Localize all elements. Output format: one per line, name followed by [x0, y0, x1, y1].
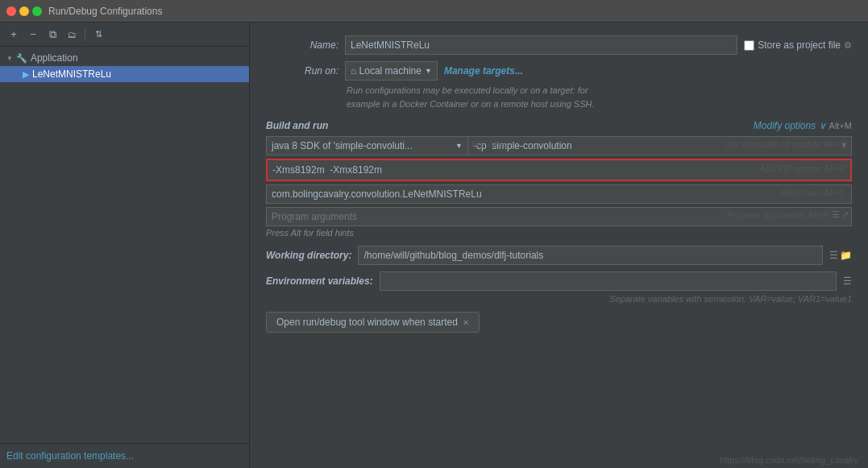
dir-icon1[interactable]: ☰	[829, 250, 838, 261]
minimize-button[interactable]	[19, 6, 29, 16]
title-bar: Run/Debug Configurations	[0, 0, 868, 23]
working-dir-row: Working directory: ☰ 📁	[266, 246, 852, 265]
name-input[interactable]	[345, 35, 737, 55]
vm-options-input[interactable]	[266, 159, 852, 181]
prog-args-ghost-label: Program arguments Alt+R	[727, 210, 829, 220]
config-item-label: LeNetMNISTReLu	[32, 68, 111, 80]
config-tree: ▼ 🔧 Application ▶ LeNetMNISTReLu	[0, 47, 249, 443]
main-class-ghost-label: Main class Alt+C	[779, 188, 845, 197]
window-controls	[6, 6, 42, 16]
name-row: Name: Store as project file ⚙	[266, 35, 852, 55]
cp-expand-icon: ▼	[840, 140, 849, 150]
prog-args-icon1: ☰	[832, 209, 840, 220]
store-project-checkbox-container: Store as project file ⚙	[744, 39, 852, 51]
sort-button[interactable]: ⇅	[89, 26, 107, 43]
prog-args-icons: ☰ ↗	[832, 209, 849, 220]
close-btn-icon: ✕	[463, 318, 469, 327]
close-button[interactable]	[6, 6, 16, 16]
env-edit-icon[interactable]: ☰	[843, 275, 852, 287]
group-label: Application	[31, 52, 78, 64]
sidebar-footer: Edit configuration templates...	[0, 443, 249, 468]
name-label: Name:	[266, 39, 338, 51]
bottom-row: Open run/debug tool window when started …	[266, 312, 852, 333]
add-config-button[interactable]: +	[5, 26, 23, 43]
run-on-description: Run configurations may be executed local…	[347, 84, 852, 110]
prog-args-icon2: ↗	[841, 209, 849, 220]
classpath-ghost-label: Use classpath of module Alt+O	[724, 139, 845, 149]
prog-args-row: Program arguments Alt+R ☰ ↗	[266, 207, 852, 226]
application-group-header[interactable]: ▼ 🔧 Application	[0, 50, 249, 66]
expand-icon: ▼	[6, 55, 13, 62]
toolbar-separator	[85, 28, 85, 41]
store-project-label: Store as project file	[758, 39, 841, 51]
dialog-title: Run/Debug Configurations	[48, 6, 162, 17]
sidebar: + − ⧉ 🗂 ⇅ ▼ 🔧 Application	[0, 23, 250, 468]
local-machine-label: ⌂ Local machine	[351, 65, 422, 77]
gear-icon: ⚙	[844, 40, 852, 51]
main-class-input[interactable]	[266, 184, 852, 204]
manage-targets-link[interactable]: Manage targets...	[444, 65, 523, 77]
run-on-row: Run on: ⌂ Local machine ▼ Manage targets…	[266, 61, 852, 81]
env-vars-label: Environment variables:	[266, 275, 373, 287]
env-vars-row: Environment variables: ☰	[266, 271, 852, 291]
maximize-button[interactable]	[32, 6, 42, 16]
config-item-lenet[interactable]: ▶ LeNetMNISTReLu	[0, 66, 249, 82]
store-project-checkbox[interactable]	[744, 40, 754, 51]
sdk-row: JRE Alt+J java 8 SDK of 'simple-convolut…	[266, 136, 852, 155]
config-icon: ▶	[23, 69, 29, 80]
footer-url: https://blog.csdn.net/boling_cavalry	[710, 452, 868, 468]
env-hint: Separate variables with semicolon: VAR=v…	[266, 294, 852, 304]
working-dir-label: Working directory:	[266, 250, 351, 261]
cp-wrap: Use classpath of module Alt+O ▼	[467, 136, 852, 155]
sidebar-toolbar: + − ⧉ 🗂 ⇅	[0, 23, 249, 47]
dir-icon2[interactable]: 📁	[840, 250, 852, 261]
vm-options-row: Add VM options Alt+V	[266, 159, 852, 181]
run-tool-btn[interactable]: Open run/debug tool window when started …	[266, 312, 480, 333]
build-run-title: Build and run	[266, 120, 328, 131]
main-container: + − ⧉ 🗂 ⇅ ▼ 🔧 Application	[0, 23, 868, 468]
run-on-dropdown[interactable]: ⌂ Local machine ▼	[345, 61, 438, 81]
sdk-dropdown[interactable]: java 8 SDK of 'simple-convoluti... ▼	[266, 136, 467, 155]
copy-config-button[interactable]: ⧉	[44, 26, 61, 43]
env-vars-input[interactable]	[380, 271, 837, 291]
working-dir-input[interactable]	[358, 246, 823, 265]
dropdown-arrow: ▼	[425, 67, 432, 75]
sdk-label: java 8 SDK of 'simple-convoluti...	[272, 140, 413, 151]
main-class-row: Main class Alt+C	[266, 184, 852, 204]
app-icon: 🔧	[16, 53, 27, 64]
config-form: Name: Store as project file ⚙ Run on: ⌂ …	[250, 23, 868, 468]
modify-shortcut-hint: Alt+M	[829, 121, 852, 130]
dir-icons: ☰ 📁	[829, 250, 852, 261]
edit-templates-link[interactable]: Edit configuration templates...	[6, 450, 134, 462]
build-run-section-header: Build and run Modify options ∨ Alt+M	[266, 120, 852, 131]
press-alt-hint: Press Alt for field hints	[266, 228, 852, 238]
run-on-label: Run on:	[266, 65, 338, 77]
remove-config-button[interactable]: −	[24, 26, 42, 43]
modify-options-link[interactable]: Modify options ∨	[754, 120, 826, 131]
application-group: ▼ 🔧 Application ▶ LeNetMNISTReLu	[0, 50, 249, 82]
save-config-button[interactable]: 🗂	[63, 26, 81, 43]
sdk-arrow: ▼	[455, 142, 463, 150]
